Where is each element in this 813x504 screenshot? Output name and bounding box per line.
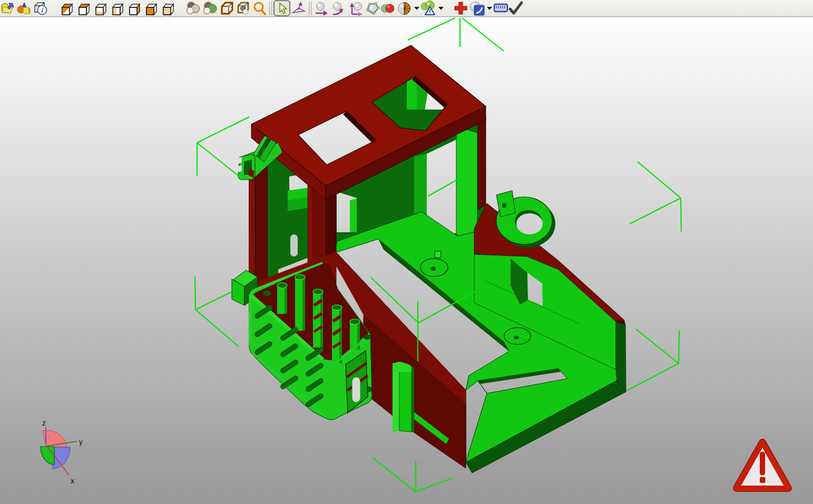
svg-text:z: z <box>42 419 46 427</box>
svg-text:i: i <box>41 6 43 14</box>
svg-text:y: y <box>79 438 83 446</box>
svg-text:x: x <box>71 477 74 485</box>
